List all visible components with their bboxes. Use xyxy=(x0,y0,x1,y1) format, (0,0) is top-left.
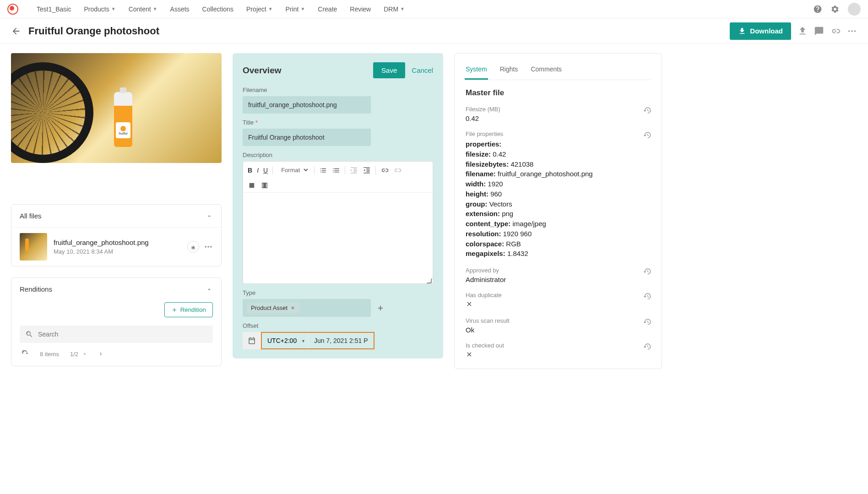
svg-point-0 xyxy=(848,30,850,32)
refresh-icon[interactable] xyxy=(22,350,29,358)
svg-point-2 xyxy=(854,30,856,32)
nav-item-content[interactable]: Content▼ xyxy=(129,5,157,13)
app-logo[interactable] xyxy=(7,4,18,15)
help-icon[interactable] xyxy=(813,5,822,14)
tag-remove-icon[interactable] xyxy=(290,305,295,310)
type-label: Type xyxy=(243,289,433,296)
outdent-icon[interactable] xyxy=(350,166,358,174)
nav-item-products[interactable]: Products▼ xyxy=(84,5,115,13)
tab-system[interactable]: System xyxy=(465,63,488,80)
fileprops-label: File properties xyxy=(466,130,503,137)
video-tool-icon[interactable] xyxy=(260,181,269,190)
back-arrow-icon[interactable] xyxy=(11,26,21,36)
tab-comments[interactable]: Comments xyxy=(530,63,563,80)
virus-label: Virus scan result xyxy=(466,317,510,324)
user-avatar[interactable] xyxy=(848,3,861,16)
title-input[interactable] xyxy=(243,129,371,146)
caret-icon: ▼ xyxy=(111,6,116,11)
link-icon[interactable] xyxy=(830,26,841,36)
title-actions: Download xyxy=(730,22,857,40)
pager-label: 1/2 xyxy=(70,351,78,358)
details-tabs: System Rights Comments xyxy=(465,63,651,80)
cancel-button[interactable]: Cancel xyxy=(412,66,433,74)
italic-icon[interactable]: I xyxy=(257,167,259,174)
rendition-pager: 1/2 xyxy=(70,351,104,358)
x-icon xyxy=(466,351,473,358)
virus-value: Ok xyxy=(466,326,651,334)
filename-input[interactable] xyxy=(243,96,371,114)
nav-item-drm[interactable]: DRM▼ xyxy=(384,5,405,13)
file-info: fruitful_orange_photoshoot.png May 10, 2… xyxy=(54,239,181,255)
list-bullet-icon[interactable] xyxy=(319,166,327,174)
description-editor[interactable] xyxy=(243,179,433,284)
left-column: fruitful All files fruitful_orange_photo… xyxy=(11,53,222,377)
pager-up-icon[interactable] xyxy=(82,351,87,357)
rendition-footer: 8 items 1/2 xyxy=(20,350,213,358)
add-type-icon[interactable] xyxy=(376,304,385,312)
nav-item-collections[interactable]: Collections xyxy=(202,5,233,13)
download-label: Download xyxy=(750,27,783,35)
nav-item-create[interactable]: Create xyxy=(318,5,337,13)
list-number-icon[interactable] xyxy=(332,166,340,174)
file-name: fruitful_orange_photoshoot.png xyxy=(54,239,181,246)
unlink-icon[interactable] xyxy=(393,166,401,174)
history-icon[interactable] xyxy=(643,106,651,114)
bold-icon[interactable]: B xyxy=(248,167,252,174)
search-icon xyxy=(25,330,33,338)
nav-item-assets[interactable]: Assets xyxy=(170,5,190,13)
file-row[interactable]: fruitful_orange_photoshoot.png May 10, 2… xyxy=(11,227,221,266)
page-title: Fruitful Orange photoshoot xyxy=(28,25,730,37)
caret-icon: ▼ xyxy=(400,6,405,11)
nav-item-test1-basic[interactable]: Test1_Basic xyxy=(37,5,71,13)
history-icon[interactable] xyxy=(643,318,651,326)
calendar-button[interactable] xyxy=(243,332,261,349)
all-files-card: All files fruitful_orange_photoshoot.png… xyxy=(11,204,222,266)
comment-icon[interactable] xyxy=(814,26,824,36)
history-icon[interactable] xyxy=(643,292,651,300)
file-date: May 10, 2021 8:34 AM xyxy=(54,248,181,255)
details-panel: System Rights Comments Master file Files… xyxy=(454,53,662,369)
indent-icon[interactable] xyxy=(363,166,371,174)
underline-icon[interactable]: U xyxy=(263,167,268,174)
file-thumbnail xyxy=(20,233,47,261)
history-icon[interactable] xyxy=(643,267,651,276)
link-tool-icon[interactable] xyxy=(380,166,389,174)
chevron-up-icon xyxy=(206,286,213,293)
all-files-header[interactable]: All files xyxy=(11,205,221,227)
overview-title: Overview xyxy=(243,65,373,76)
caret-icon: ▼ xyxy=(300,6,305,11)
download-button[interactable]: Download xyxy=(730,22,791,40)
save-button[interactable]: Save xyxy=(373,62,405,78)
rendition-count: 8 items xyxy=(40,351,59,358)
renditions-body: Rendition 8 items 1/2 xyxy=(11,300,221,366)
history-icon[interactable] xyxy=(643,131,651,139)
file-row-actions xyxy=(187,241,213,253)
nav-item-project[interactable]: Project▼ xyxy=(246,5,272,13)
upload-icon[interactable] xyxy=(797,26,808,36)
tab-rights[interactable]: Rights xyxy=(499,63,519,80)
x-icon xyxy=(466,300,473,308)
svg-point-4 xyxy=(207,246,209,247)
content: fruitful All files fruitful_orange_photo… xyxy=(0,44,673,386)
type-input[interactable]: Product Asset xyxy=(243,299,371,317)
file-more-icon[interactable] xyxy=(204,242,213,251)
filename-label: Filename xyxy=(243,87,433,93)
title-bar: Fruitful Orange photoshoot Download xyxy=(0,18,868,44)
timezone-select[interactable]: UTC+2:00 xyxy=(262,333,308,348)
format-select[interactable]: Format xyxy=(277,165,309,175)
asset-preview[interactable]: fruitful xyxy=(11,53,222,163)
resize-handle[interactable] xyxy=(426,278,432,283)
history-icon[interactable] xyxy=(643,342,651,351)
nav-item-review[interactable]: Review xyxy=(350,5,371,13)
pager-next-icon[interactable] xyxy=(98,351,104,357)
right-column: System Rights Comments Master file Files… xyxy=(454,53,662,377)
image-tool-icon[interactable] xyxy=(248,181,256,190)
rendition-search-input[interactable] xyxy=(38,331,207,338)
more-icon[interactable] xyxy=(847,26,857,36)
gear-icon[interactable] xyxy=(830,5,840,14)
renditions-header[interactable]: Renditions xyxy=(11,278,221,300)
rendition-search[interactable] xyxy=(20,326,213,343)
add-rendition-button[interactable]: Rendition xyxy=(164,302,213,317)
offset-datetime[interactable]: Jun 7, 2021 2:51 P xyxy=(309,337,374,344)
nav-item-print[interactable]: Print▼ xyxy=(286,5,305,13)
